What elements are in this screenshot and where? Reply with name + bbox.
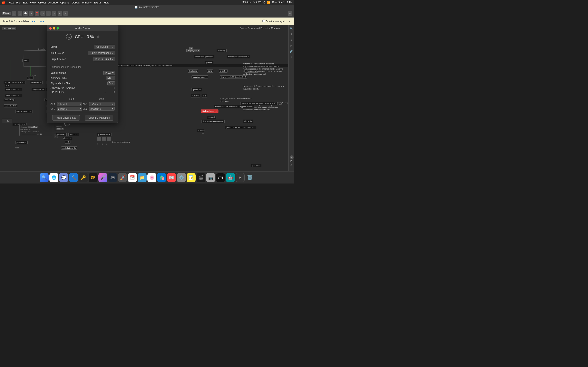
driver-label: Driver: [51, 45, 90, 48]
io-vector-size-value: 512: [107, 77, 112, 80]
menu-file[interactable]: File: [16, 1, 21, 4]
signal-vector-size-dropdown[interactable]: 64 ▾: [107, 81, 115, 85]
ch2-output-dropdown[interactable]: 2 Output 2 ▾: [89, 107, 114, 111]
menu-object[interactable]: Object: [38, 1, 46, 4]
dock-rocket[interactable]: 🚀: [118, 173, 127, 182]
menu-arrange[interactable]: Arrange: [48, 1, 58, 4]
dock-dp[interactable]: DP: [89, 173, 98, 182]
ch1-output-dropdown[interactable]: 1 Output 1 ▾: [89, 102, 114, 106]
toolbar-btn-3[interactable]: 💬: [23, 11, 28, 16]
dock-files[interactable]: 📁: [138, 173, 147, 182]
dp-icon: DP: [91, 176, 95, 179]
toolbar-grid-btn[interactable]: ⊞: [288, 11, 292, 16]
dialog-titlebar: Audio Status: [47, 25, 118, 31]
io-vector-size-control: 512 ▾: [106, 76, 115, 80]
ch1-output-value: 1 Output 1: [90, 103, 101, 105]
dock-max[interactable]: M: [236, 173, 245, 182]
apple-menu[interactable]: 🍎: [2, 1, 6, 4]
toolbar-btn-10[interactable]: 🖊: [63, 11, 68, 16]
open-io-mappings-btn[interactable]: Open I/O Mappings: [85, 115, 113, 121]
notification-actions: Don't show again ✕: [262, 20, 291, 23]
toolbar-btn-4[interactable]: ✕: [29, 11, 34, 16]
zoom-value: 75%: [3, 12, 8, 15]
output-device-value: Built-in Output: [95, 58, 111, 60]
toolbar-btn-7[interactable]: ⬚: [46, 11, 51, 16]
notes-icon: 📝: [189, 175, 194, 180]
driver-control: Core Audio ▾: [90, 45, 115, 49]
dock-discord[interactable]: 💬: [59, 173, 68, 182]
document-icon: 📄: [135, 6, 138, 8]
menu-options[interactable]: Options: [60, 1, 69, 4]
dock-camera[interactable]: 📷: [206, 173, 215, 182]
dock-vpt[interactable]: VPT: [216, 173, 225, 182]
ch1-out-label: Ch 1: [83, 103, 89, 105]
dialog-maximize-btn[interactable]: [57, 27, 59, 30]
dock-quicktime[interactable]: 🎬: [196, 173, 205, 182]
dock-news[interactable]: 📰: [167, 173, 176, 182]
steam-icon: 🎮: [110, 175, 115, 180]
input-device-dropdown[interactable]: Built-in Microphone ▾: [88, 51, 115, 55]
news-icon: 📰: [169, 175, 174, 180]
patch-canvas-area: zsa.overview adc~ dac~ live.gain~ ~ 0. s…: [0, 25, 294, 171]
dock-passwords[interactable]: 🔑: [79, 173, 88, 182]
menu-debug[interactable]: Debug: [72, 1, 80, 4]
menubar-right: 5499rpm / 49.0°C ⬡ 📶 98% Sun 2:12 PM: [242, 1, 292, 4]
dont-show-checkbox-label[interactable]: Don't show again: [262, 20, 286, 23]
dock-appstore[interactable]: 🛍️: [157, 173, 166, 182]
menu-max[interactable]: Max: [9, 1, 14, 4]
menu-edit[interactable]: Edit: [23, 1, 27, 4]
dock-photos[interactable]: 🌸: [147, 173, 156, 182]
dock-settings[interactable]: ⚙️: [177, 173, 186, 182]
dock-calendar[interactable]: 📅: [128, 173, 137, 182]
output-device-dropdown[interactable]: Built-in Output ▾: [94, 57, 115, 61]
driver-row: Driver Core Audio ▾: [51, 44, 115, 50]
ch1-input-dropdown[interactable]: 1 Input 1 ▾: [57, 102, 82, 106]
output-col-label: Output: [86, 98, 115, 100]
toolbar-btn-5[interactable]: ⭕: [35, 11, 39, 16]
menu-window[interactable]: Window: [82, 1, 91, 4]
dialog-buttons: Audio Driver Setup Open I/O Mappings: [47, 113, 118, 123]
dock-chrome[interactable]: 🌐: [49, 173, 58, 182]
toolbar-btn-1[interactable]: ⬚: [12, 11, 16, 16]
settings-icon: ⚙️: [179, 175, 184, 180]
dock-siri[interactable]: 🎤: [98, 173, 107, 182]
toolbar-btn-9[interactable]: +: [58, 11, 62, 16]
scheduler-overdrive-toggle[interactable]: ×: [113, 87, 115, 90]
dock-finder[interactable]: 🔍: [40, 173, 49, 182]
signal-vector-size-row: Signal Vector Size 64 ▾: [51, 81, 115, 86]
wifi-icon: 📶: [267, 1, 270, 4]
dialog-minimize-btn[interactable]: [53, 27, 55, 30]
toolbar: 75% ▾ ⬚ ⬚ 💬 ✕ ⭕ ▷ ⬚ ? + 🖊 ⊞: [0, 9, 294, 17]
input-device-value: Built-in Microphone: [90, 52, 111, 54]
toolbar-btn-8[interactable]: ?: [52, 11, 56, 16]
dialog-body: ⏻ CPU 0 % Driver Core Audio ▾: [47, 31, 118, 123]
zoom-dropdown-icon: ▾: [8, 12, 9, 15]
calendar-icon: 📅: [130, 175, 135, 180]
driver-dropdown[interactable]: Core Audio ▾: [95, 45, 115, 49]
appstore-icon: 🛍️: [159, 175, 164, 180]
output-device-row: Output Device Built-in Output ▾: [51, 56, 115, 62]
audio-driver-setup-btn[interactable]: Audio Driver Setup: [52, 115, 80, 121]
sampling-rate-dropdown[interactable]: 44100 ▾: [103, 71, 115, 75]
dock-xcode[interactable]: 🔨: [69, 173, 78, 182]
zoom-control[interactable]: 75% ▾: [2, 12, 11, 15]
io-row-ch1: Ch 1 1 Input 1 ▾ Ch 1 1 Output 1 ▾: [51, 102, 115, 106]
dock-arduino[interactable]: 🤖: [226, 173, 235, 182]
toolbar-btn-2[interactable]: ⬚: [17, 11, 22, 16]
dock-notes[interactable]: 📝: [187, 173, 196, 182]
menu-view[interactable]: View: [30, 1, 36, 4]
ch2-input-dropdown[interactable]: 2 Input 2 ▾: [57, 107, 82, 111]
dialog-close-btn[interactable]: [49, 27, 52, 30]
notification-link[interactable]: Learn more...: [30, 20, 46, 23]
power-button[interactable]: ⏻: [66, 34, 72, 40]
menu-help[interactable]: Help: [104, 1, 109, 4]
dock-trash[interactable]: 🗑️: [245, 173, 254, 182]
toolbar-btn-6[interactable]: ▷: [40, 11, 45, 16]
menu-extras[interactable]: Extras: [94, 1, 102, 4]
max-dock-icon: M: [239, 176, 241, 179]
notification-close-btn[interactable]: ✕: [288, 20, 291, 23]
dock-steam[interactable]: 🎮: [108, 173, 117, 182]
io-vector-size-dropdown[interactable]: 512 ▾: [106, 76, 115, 80]
audio-status-dialog: Audio Status ⏻ CPU 0 % Driver: [47, 25, 118, 123]
dont-show-checkbox[interactable]: [262, 20, 265, 22]
